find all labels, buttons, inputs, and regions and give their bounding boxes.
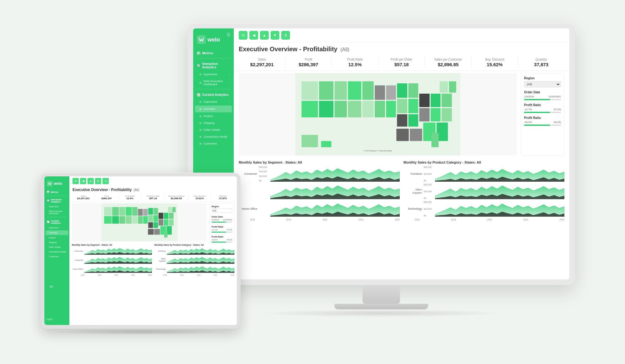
- svg-rect-74: [164, 213, 168, 219]
- tablet-customers[interactable]: Customers: [44, 254, 69, 259]
- title-suffix: (All): [340, 47, 349, 52]
- sidebar-item-metrics[interactable]: 📊 Metrics: [193, 49, 234, 57]
- svg-rect-55: [112, 216, 119, 224]
- metric-avg-discount: Avg. Discount 15.62%: [472, 57, 518, 68]
- tablet-btn-filter[interactable]: ▼: [95, 178, 101, 184]
- tablet-btn-up[interactable]: ▲: [88, 178, 94, 184]
- svg-rect-13: [375, 101, 385, 117]
- profit-ratio1-slider[interactable]: [524, 112, 561, 113]
- tablet-date-slider[interactable]: [212, 222, 232, 223]
- divider-2: [196, 89, 231, 89]
- tablet-metric-discount: Avg. Discount 15.62%: [188, 194, 211, 200]
- svg-rect-62: [138, 209, 142, 215]
- svg-rect-6: [334, 81, 347, 100]
- map-container: © 2022 Mapbox © OpenStreetMap: [239, 73, 517, 155]
- tablet-date-range: 1/3/2018 12/30/2021: [212, 219, 232, 221]
- tablet-filters: Region (All) Order Date 1/3/2018 12/30/2…: [209, 203, 234, 241]
- technology-chart-svg: [435, 201, 564, 217]
- svg-rect-78: [168, 207, 172, 212]
- svg-rect-9: [348, 101, 361, 117]
- tablet-metrics[interactable]: 📊Metrics: [44, 189, 69, 194]
- sidebar-item-superstore[interactable]: ⊞ Superstore ›: [193, 71, 234, 78]
- tablet-logout[interactable]: Logout: [46, 318, 52, 320]
- svg-rect-77: [169, 219, 173, 226]
- dashboard-title: Executive Overview - Profitability (All): [234, 42, 569, 55]
- tablet-logo-text: welo: [54, 181, 62, 186]
- tablet-curated[interactable]: 📈Curated Analytics: [44, 219, 69, 225]
- svg-rect-71: [153, 222, 158, 228]
- tablet-btn-refresh[interactable]: ⟲: [72, 178, 79, 184]
- tablet-charts: Monthly Sales by Segment - States: All C…: [69, 243, 237, 277]
- svg-rect-66: [148, 208, 153, 214]
- toolbar-btn-refresh[interactable]: ⟲: [239, 31, 248, 40]
- tablet-pr1-range: -21.7% 37.0%: [212, 229, 232, 231]
- svg-rect-26: [442, 94, 452, 107]
- sidebar-item-product[interactable]: ⊞ Product: [193, 113, 234, 120]
- tablet-corporate-svg: [84, 256, 152, 264]
- profit-ratio2-slider[interactable]: [524, 125, 561, 126]
- svg-rect-60: [132, 207, 138, 215]
- svg-rect-7: [334, 101, 347, 117]
- tablet-shipping[interactable]: Shipping: [44, 240, 69, 245]
- sidebar-item-order-details[interactable]: ⊞ Order Details: [193, 126, 234, 133]
- svg-rect-52: [104, 207, 112, 215]
- tablet-order-details[interactable]: Order Details: [44, 245, 69, 249]
- curated-icon: 📈: [197, 93, 200, 96]
- commission-icon: ⊞: [199, 135, 202, 138]
- product-icon: ⊞: [199, 115, 202, 118]
- metrics-row: Sales $2,297,201 Profit $286,397 Profit …: [234, 55, 569, 71]
- svg-rect-2: [302, 81, 318, 100]
- tablet-tech-svg: [167, 265, 234, 273]
- charts-section: Monthly Sales by Segment - States: All C…: [234, 158, 569, 223]
- sidebar-item-superstore2[interactable]: ⊞ Superstore ›: [193, 98, 234, 105]
- svg-rect-35: [302, 135, 318, 147]
- tablet-pr1-slider[interactable]: [212, 232, 232, 233]
- tablet-overview[interactable]: Overview: [46, 230, 68, 235]
- svg-rect-14: [386, 86, 396, 100]
- tablet-metric-qty: Quantity 37,873: [212, 194, 234, 200]
- sidebar-item-customers[interactable]: ⊞ Customers: [193, 140, 234, 147]
- svg-rect-63: [138, 216, 142, 224]
- monitor-screen: welo ☰ 📊 Metrics 🔄 Interactive Analytics…: [193, 28, 569, 279]
- tablet-chart-office: Office Supplies: [154, 256, 234, 264]
- tablet-frame: welo 📊Metrics 🔄Interactive Analytics Sup…: [41, 173, 241, 329]
- sidebar-item-commission[interactable]: ⊞ Commission Model: [193, 133, 234, 140]
- tablet-divider2: [47, 217, 67, 217]
- sidebar-item-interactive[interactable]: 🔄 Interactive Analytics: [193, 60, 234, 71]
- tablet-bottom: Logout: [44, 314, 69, 322]
- tablet-interactive[interactable]: 🔄Interactive Analytics: [44, 197, 69, 204]
- hamburger-icon[interactable]: ☰: [227, 32, 231, 37]
- toolbar-btn-back[interactable]: ◀: [249, 31, 258, 40]
- map-section: © 2022 Mapbox © OpenStreetMap Region (Al…: [234, 71, 569, 158]
- svg-rect-4: [302, 101, 318, 117]
- profit-ratio1-range: -21.7% 37.0%: [524, 108, 561, 111]
- filter-profit-ratio-1: Profit Ratio -21.7% 37.0%: [524, 103, 561, 113]
- toolbar-btn-up[interactable]: ▲: [260, 31, 269, 40]
- tablet-chart-seg-title: Monthly Sales by Segment - States: All: [72, 244, 152, 246]
- tablet-welo-exec[interactable]: Welo Executive Dashboard: [44, 209, 69, 216]
- tablet-commission[interactable]: Commission Model: [44, 249, 69, 254]
- sidebar-item-shipping[interactable]: ⊞ Shipping: [193, 120, 234, 126]
- chart-label-technology: Technology: [403, 207, 424, 210]
- svg-rect-57: [119, 216, 125, 224]
- tablet-filter-region: Region (All): [212, 205, 232, 213]
- segment3-chart-svg: [270, 201, 400, 217]
- toolbar-btn-pause[interactable]: ⏸: [281, 31, 290, 40]
- toolbar-btn-filter[interactable]: ▼: [271, 31, 279, 40]
- tablet-btn-pause[interactable]: ⏸: [102, 178, 109, 184]
- tablet-logo-icon: [47, 181, 52, 186]
- sidebar-item-overview[interactable]: ⊞ Overview: [195, 106, 232, 112]
- svg-rect-68: [148, 222, 153, 228]
- arrow-icon: ›: [229, 73, 230, 76]
- region-select[interactable]: (All): [524, 81, 561, 87]
- tablet-superstore[interactable]: Superstore: [44, 204, 69, 209]
- sidebar-item-welo-exec[interactable]: ⊞ Welo Executive Dashboard ›: [193, 78, 234, 88]
- tablet-btn-back[interactable]: ◀: [80, 178, 86, 184]
- svg-rect-18: [397, 114, 407, 127]
- tablet-ss2[interactable]: Superstore: [44, 225, 69, 230]
- svg-rect-3: [319, 81, 333, 100]
- sidebar-item-curated[interactable]: 📈 Curated Analytics: [193, 91, 234, 98]
- main-content: ⟲ ◀ ▲ ▼ ⏸ Executive Overview - Profitabi…: [234, 28, 569, 279]
- tablet-product[interactable]: Product: [44, 235, 69, 240]
- order-date-slider[interactable]: [524, 99, 561, 100]
